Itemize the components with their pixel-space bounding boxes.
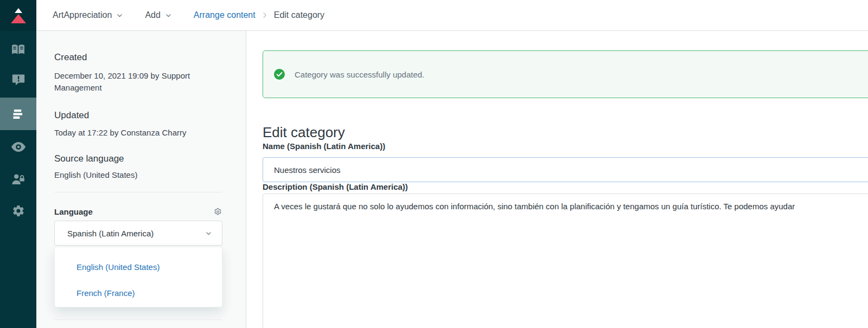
panel-divider: [54, 319, 222, 320]
updated-value: Today at 17:22 by Constanza Charry: [54, 127, 222, 139]
success-check-icon: [274, 69, 285, 80]
description-field-label: Description (Spanish (Latin America)): [263, 182, 408, 191]
success-banner-message: Category was successfully updated.: [295, 70, 424, 79]
chevron-down-icon: [205, 230, 212, 237]
user-permissions-icon: [11, 173, 25, 185]
add-dropdown[interactable]: Add: [145, 10, 171, 20]
language-settings-gear-icon[interactable]: [214, 208, 222, 216]
updated-heading: Updated: [54, 110, 222, 121]
brand-logo[interactable]: [0, 0, 36, 31]
settings-icon: [12, 204, 25, 217]
created-heading: Created: [54, 52, 222, 63]
sidebar-item-settings[interactable]: [0, 195, 36, 227]
add-dropdown-label: Add: [145, 10, 160, 20]
language-select-value: Spanish (Latin America): [67, 229, 154, 238]
edit-category-main: Category was successfully updated. Edit …: [246, 31, 868, 328]
preview-icon: [11, 142, 25, 152]
success-banner: Category was successfully updated.: [263, 50, 868, 98]
arrange-content-icon: [12, 109, 24, 119]
source-language-value: English (United States): [54, 169, 222, 181]
chevron-down-icon: [165, 12, 172, 19]
language-option-english[interactable]: English (United States): [55, 257, 222, 278]
name-field-label: Name (Spanish (Latin America)): [263, 142, 385, 151]
chevron-right-icon: [261, 11, 269, 19]
breadcrumb: Arrange content Edit category: [194, 10, 324, 20]
source-language-heading: Source language: [54, 153, 222, 164]
created-value: December 10, 2021 19:09 by Support Manag…: [54, 70, 222, 94]
breadcrumb-current: Edit category: [274, 10, 324, 20]
language-select[interactable]: Spanish (Latin America): [54, 221, 222, 246]
brand-logo-small-triangle-icon: [15, 8, 22, 13]
language-header-row: Language: [54, 207, 222, 216]
sidebar-item-user-permissions[interactable]: [0, 163, 36, 195]
sidebar-item-arrange-content[interactable]: [0, 98, 36, 130]
app-sidebar: [0, 0, 36, 328]
brand-logo-big-triangle-icon: [11, 14, 26, 23]
name-input[interactable]: [263, 157, 868, 182]
category-meta-panel: Created December 10, 2021 19:09 by Suppo…: [36, 31, 246, 328]
topbar: ArtAppreciation Add Arrange content Edit…: [36, 0, 868, 31]
brand-dropdown-label: ArtAppreciation: [53, 10, 112, 20]
sidebar-item-articles[interactable]: [0, 33, 36, 66]
breadcrumb-link-arrange-content[interactable]: Arrange content: [194, 10, 256, 20]
chevron-down-icon: [116, 12, 123, 19]
brand-dropdown[interactable]: ArtAppreciation: [53, 10, 123, 20]
language-dropdown-menu: English (United States) French (France): [54, 247, 222, 307]
page-title: Edit category: [263, 123, 868, 142]
articles-icon: [11, 43, 25, 56]
description-textarea[interactable]: A veces le gustará que no solo lo ayudem…: [263, 194, 868, 328]
language-option-french[interactable]: French (France): [55, 283, 222, 304]
moderation-icon: [12, 74, 25, 86]
sidebar-item-moderation[interactable]: [0, 63, 36, 96]
language-label: Language: [54, 207, 93, 216]
sidebar-item-preview[interactable]: [0, 131, 36, 163]
panel-divider: [54, 192, 222, 192]
